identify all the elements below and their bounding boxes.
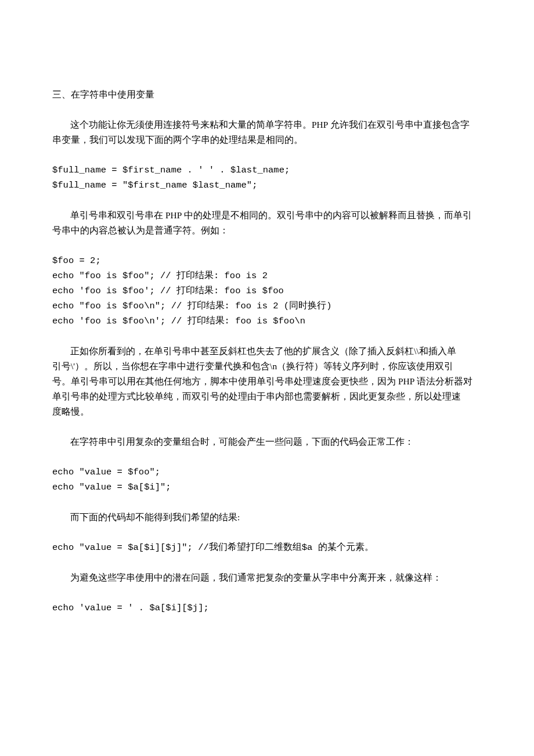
code-block-2-line-3: echo 'foo is $foo'; // 打印结果: foo is $foo (52, 283, 482, 298)
code-block-3-line-1: echo "value = $foo"; (52, 465, 482, 480)
paragraph-3-line-3: 号。单引号串可以用在其他任何地方，脚本中使用单引号串处理速度会更快些，因为 PH… (52, 374, 482, 389)
code-block-5: echo 'value = ' . $a[$i][$j]; (52, 600, 482, 615)
section-heading: 三、在字符串中使用变量 (52, 87, 482, 102)
code-block-2-line-4: echo "foo is $foo\n"; // 打印结果: foo is 2 … (52, 298, 482, 314)
code-block-1-line-2: $full_name = "$first_name $last_name"; (52, 178, 482, 193)
code-block-3-line-2: echo "value = $a[$i]"; (52, 480, 482, 495)
paragraph-5: 而下面的代码却不能得到我们希望的结果: (52, 510, 482, 525)
paragraph-4: 在字符串中引用复杂的变量组合时，可能会产生一些问题，下面的代码会正常工作： (52, 434, 482, 449)
code-block-1-line-1: $full_name = $first_name . ' ' . $last_n… (52, 163, 482, 178)
code-block-2-line-1: $foo = 2; (52, 253, 482, 268)
paragraph-3-line-1: 正如你所看到的，在单引号串中甚至反斜杠也失去了他的扩展含义（除了插入反斜杠\\和… (52, 344, 482, 359)
code-block-2-line-5: echo 'foo is $foo\n'; // 打印结果: foo is $f… (52, 314, 482, 329)
paragraph-2-line-1: 单引号串和双引号串在 PHP 中的处理是不相同的。双引号串中的内容可以被解释而且… (52, 208, 482, 223)
paragraph-1-line-2: 串变量，我们可以发现下面的两个字串的处理结果是相同的。 (52, 132, 482, 147)
code-block-2-line-2: echo "foo is $foo"; // 打印结果: foo is 2 (52, 268, 482, 283)
paragraph-3-line-2: 引号\'）。所以，当你想在字串中进行变量代换和包含\n（换行符）等转义序列时，你… (52, 359, 482, 374)
paragraph-2-line-2: 号串中的内容总被认为是普通字符。例如： (52, 223, 482, 238)
paragraph-1-line-1: 这个功能让你无须使用连接符号来粘和大量的简单字符串。PHP 允许我们在双引号串中… (52, 117, 482, 132)
paragraph-3-line-4: 单引号串的处理方式比较单纯，而双引号的处理由于串内部也需要解析，因此更复杂些，所… (52, 389, 482, 404)
code-block-4: echo "value = $a[$i][$j]"; //我们希望打印二维数组$… (52, 540, 482, 555)
paragraph-3-line-5: 度略慢。 (52, 404, 482, 419)
paragraph-6: 为避免这些字串使用中的潜在问题，我们通常把复杂的变量从字串中分离开来，就像这样： (52, 570, 482, 585)
document-page: 三、在字符串中使用变量 这个功能让你无须使用连接符号来粘和大量的简单字符串。PH… (0, 0, 534, 662)
